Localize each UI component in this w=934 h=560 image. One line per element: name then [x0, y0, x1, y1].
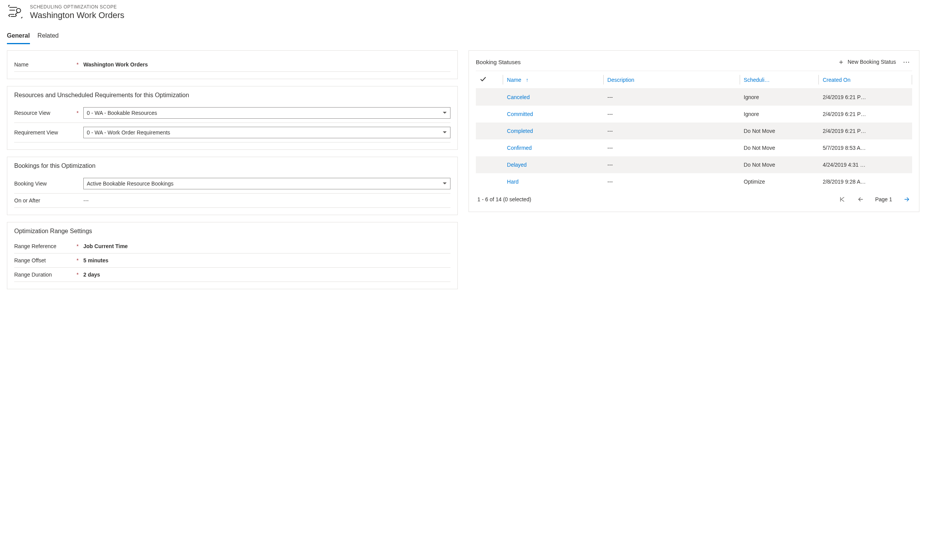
row-created-on: 5/7/2019 8:53 A… — [819, 139, 912, 156]
required-indicator — [76, 197, 79, 204]
row-description: --- — [604, 156, 740, 173]
booking-statuses-panel: Booking Statuses ＋ New Booking Status ⋯ — [469, 50, 919, 212]
row-scheduling: Do Not Move — [740, 123, 819, 139]
range-duration-value[interactable]: 2 days — [83, 272, 450, 278]
required-indicator: * — [76, 257, 79, 263]
range-reference-label: Range Reference — [14, 243, 72, 249]
required-indicator: * — [76, 272, 79, 278]
select-all-column[interactable] — [476, 71, 503, 89]
grid-pager: 1 - 6 of 14 (0 selected) Page 1 — [476, 190, 912, 205]
new-booking-status-button[interactable]: ＋ New Booking Status — [838, 58, 896, 65]
row-name-link[interactable]: Confirmed — [503, 139, 604, 156]
page-header: SCHEDULING OPTIMIZATION SCOPE Washington… — [7, 4, 927, 21]
bookings-title: Bookings for this Optimization — [14, 162, 450, 169]
resources-card: Resources and Unscheduled Requirements f… — [7, 86, 458, 150]
header-subtitle: SCHEDULING OPTIMIZATION SCOPE — [30, 4, 124, 10]
range-duration-label: Range Duration — [14, 272, 72, 278]
column-header-created-on[interactable]: Created On — [819, 71, 912, 89]
booking-view-label: Booking View — [14, 181, 72, 187]
pager-summary: 1 - 6 of 14 (0 selected) — [477, 196, 531, 202]
row-description: --- — [604, 89, 740, 106]
row-description: --- — [604, 106, 740, 123]
range-reference-value[interactable]: Job Current Time — [83, 243, 450, 249]
row-name-link[interactable]: Hard — [503, 173, 604, 190]
row-name-link[interactable]: Canceled — [503, 89, 604, 106]
column-header-description[interactable]: Description — [604, 71, 740, 89]
row-scheduling: Do Not Move — [740, 156, 819, 173]
pager-first-button[interactable] — [838, 196, 846, 203]
row-created-on: 2/4/2019 6:21 P… — [819, 123, 912, 139]
plus-icon: ＋ — [838, 58, 845, 65]
requirement-view-select[interactable]: 0 - WA - Work Order Requirements — [83, 127, 450, 138]
pager-page-label: Page 1 — [875, 196, 892, 202]
row-scheduling: Optimize — [740, 173, 819, 190]
tab-bar: General Related — [7, 30, 927, 44]
required-indicator — [76, 129, 79, 136]
pager-next-button[interactable] — [903, 196, 911, 203]
table-row[interactable]: Hard---Optimize2/8/2019 9:28 A… — [476, 173, 912, 190]
required-indicator — [76, 181, 79, 187]
on-or-after-label: On or After — [14, 197, 72, 204]
row-name-link[interactable]: Completed — [503, 123, 604, 139]
range-title: Optimization Range Settings — [14, 228, 450, 235]
tab-related[interactable]: Related — [38, 30, 59, 44]
new-booking-status-label: New Booking Status — [848, 59, 896, 65]
name-value[interactable]: Washington Work Orders — [83, 61, 450, 68]
row-description: --- — [604, 139, 740, 156]
scope-icon — [7, 4, 24, 21]
row-created-on: 2/4/2019 6:21 P… — [819, 89, 912, 106]
header-title: Washington Work Orders — [30, 10, 124, 20]
resources-title: Resources and Unscheduled Requirements f… — [14, 92, 450, 99]
bookings-card: Bookings for this Optimization Booking V… — [7, 157, 458, 215]
row-scheduling: Ignore — [740, 89, 819, 106]
column-header-scheduling[interactable]: Scheduli… — [740, 71, 819, 89]
required-indicator: * — [76, 243, 79, 249]
on-or-after-value[interactable]: --- — [83, 197, 450, 204]
row-scheduling: Ignore — [740, 106, 819, 123]
range-offset-value[interactable]: 5 minutes — [83, 257, 450, 263]
row-description: --- — [604, 123, 740, 139]
booking-statuses-grid: Name ↑ Description Scheduli… — [476, 71, 912, 190]
required-indicator: * — [76, 61, 79, 68]
requirement-view-label: Requirement View — [14, 129, 72, 136]
row-created-on: 4/24/2019 4:31 … — [819, 156, 912, 173]
name-card: Name * Washington Work Orders — [7, 50, 458, 79]
sort-ascending-icon: ↑ — [526, 77, 528, 83]
more-actions-button[interactable]: ⋯ — [901, 58, 912, 66]
row-scheduling: Do Not Move — [740, 139, 819, 156]
resource-view-label: Resource View — [14, 110, 72, 116]
required-indicator: * — [76, 110, 79, 116]
svg-point-2 — [17, 8, 21, 13]
column-header-name[interactable]: Name ↑ — [503, 71, 604, 89]
check-icon — [480, 78, 487, 84]
pager-prev-button[interactable] — [857, 196, 864, 203]
row-description: --- — [604, 173, 740, 190]
booking-view-select[interactable]: Active Bookable Resource Bookings — [83, 178, 450, 189]
table-row[interactable]: Canceled---Ignore2/4/2019 6:21 P… — [476, 89, 912, 106]
booking-statuses-title: Booking Statuses — [476, 59, 521, 65]
row-name-link[interactable]: Delayed — [503, 156, 604, 173]
name-label: Name — [14, 61, 72, 68]
table-row[interactable]: Confirmed---Do Not Move5/7/2019 8:53 A… — [476, 139, 912, 156]
tab-general[interactable]: General — [7, 30, 30, 44]
table-row[interactable]: Delayed---Do Not Move4/24/2019 4:31 … — [476, 156, 912, 173]
row-name-link[interactable]: Committed — [503, 106, 604, 123]
row-created-on: 2/8/2019 9:28 A… — [819, 173, 912, 190]
range-card: Optimization Range Settings Range Refere… — [7, 222, 458, 289]
resource-view-select[interactable]: 0 - WA - Bookable Resources — [83, 107, 450, 119]
table-row[interactable]: Completed---Do Not Move2/4/2019 6:21 P… — [476, 123, 912, 139]
table-row[interactable]: Committed---Ignore2/4/2019 6:21 P… — [476, 106, 912, 123]
range-offset-label: Range Offset — [14, 257, 72, 263]
row-created-on: 2/4/2019 6:21 P… — [819, 106, 912, 123]
